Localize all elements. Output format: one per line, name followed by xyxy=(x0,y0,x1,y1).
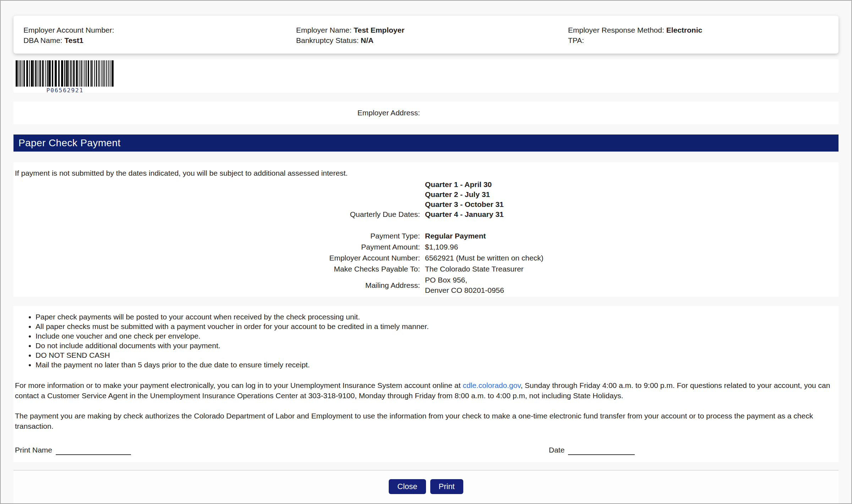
signature-row-1: Print Name Date xyxy=(15,445,839,455)
payment-amount-label: Payment Amount: xyxy=(13,242,420,252)
signature-area: Print Name Date Signature Phone xyxy=(13,445,839,462)
employer-account-number-row: Employer Account Number: xyxy=(23,25,296,35)
payable-to-label: Make Checks Payable To: xyxy=(13,264,420,274)
dba-name-row: DBA Name: Test1 xyxy=(23,35,296,45)
response-method-label: Employer Response Method: xyxy=(568,26,664,34)
list-item: Do not include additional documents with… xyxy=(36,341,839,350)
footer-action-bar: Close Print xyxy=(13,470,839,504)
print-name-label: Print Name xyxy=(15,445,52,455)
payment-amount-value: $1,109.96 xyxy=(425,242,458,252)
due-date-row: Quarter 3 - October 31 xyxy=(13,199,839,209)
bankruptcy-status-value: N/A xyxy=(361,36,373,44)
cdle-colorado-gov-link[interactable]: cdle.colorado.gov xyxy=(463,381,520,389)
dba-name-label: DBA Name: xyxy=(23,36,62,44)
employer-name-label: Employer Name: xyxy=(296,26,351,34)
paper-check-payment-page: Employer Account Number: DBA Name: Test1… xyxy=(0,0,852,504)
payment-type-value: Regular Payment xyxy=(425,231,486,241)
barcode: P06562921 xyxy=(16,60,114,94)
due-date-q1: Quarter 1 - April 30 xyxy=(425,180,492,190)
mailing-address-row: Mailing Address: PO Box 956, Denver CO 8… xyxy=(13,275,839,295)
due-date-q4: Quarter 4 - January 31 xyxy=(425,209,504,219)
due-date-row: Quarterly Due Dates: Quarter 4 - January… xyxy=(13,209,839,219)
response-method-row: Employer Response Method: Electronic xyxy=(568,25,839,35)
mailing-address-label: Mailing Address: xyxy=(13,280,420,290)
employer-address-row: Employer Address: xyxy=(13,109,839,117)
date-line xyxy=(568,447,635,455)
interest-notice: If payment is not submitted by the dates… xyxy=(13,168,839,178)
mailing-address-value: PO Box 956, Denver CO 80201-0956 xyxy=(425,275,504,295)
employer-info-col-2: Employer Name: Test Employer Bankruptcy … xyxy=(296,25,568,54)
due-date-row: Quarter 1 - April 30 xyxy=(13,180,839,190)
quarterly-due-dates-label: Quarterly Due Dates: xyxy=(13,209,420,219)
list-item: Mail the payment no later than 5 days pr… xyxy=(36,360,839,369)
print-name-line xyxy=(56,447,131,455)
employer-account-number-label: Employer Account Number: xyxy=(23,26,114,34)
payment-type-row: Payment Type: Regular Payment xyxy=(13,231,839,241)
employer-name-row: Employer Name: Test Employer xyxy=(296,25,568,35)
mailing-address-line2: Denver CO 80201-0956 xyxy=(425,285,504,295)
employer-name-value: Test Employer xyxy=(354,26,404,34)
tpa-label: TPA: xyxy=(568,36,584,44)
barcode-section: P06562921 xyxy=(13,59,839,93)
close-button[interactable]: Close xyxy=(389,479,426,494)
list-item: DO NOT SEND CASH xyxy=(36,350,839,360)
due-date-row: Quarter 2 - July 31 xyxy=(13,190,839,199)
payment-info-block: Payment Type: Regular Payment Payment Am… xyxy=(13,231,839,295)
payable-to-value: The Colorado State Treasurer xyxy=(425,264,524,274)
payment-details-section: If payment is not submitted by the dates… xyxy=(13,162,839,297)
list-item: All paper checks must be submitted with … xyxy=(36,322,839,331)
mailing-address-line1: PO Box 956, xyxy=(425,275,504,285)
account-number-label: Employer Account Number: xyxy=(13,253,420,263)
page-title: Paper Check Payment xyxy=(18,137,121,149)
due-date-q3: Quarter 3 - October 31 xyxy=(425,199,504,209)
employer-info-col-1: Employer Account Number: DBA Name: Test1 xyxy=(23,25,296,54)
list-item: Paper check payments will be posted to y… xyxy=(36,312,839,322)
barcode-value: P06562921 xyxy=(16,87,114,94)
section-title-bar: Paper Check Payment xyxy=(13,135,839,152)
employer-info-card: Employer Account Number: DBA Name: Test1… xyxy=(13,16,839,54)
instructions-section: Paper check payments will be posted to y… xyxy=(13,306,839,462)
account-number-row: Employer Account Number: 6562921 (Must b… xyxy=(13,253,839,263)
date-label: Date xyxy=(549,445,564,455)
quarterly-due-dates-block: Quarter 1 - April 30 Quarter 2 - July 31… xyxy=(13,180,839,219)
employer-address-label: Employer Address: xyxy=(13,109,420,117)
more-info-text-before: For more information or to make your pay… xyxy=(15,381,463,389)
list-item: Include one voucher and one check per en… xyxy=(36,331,839,341)
due-date-q2: Quarter 2 - July 31 xyxy=(425,190,490,199)
print-button[interactable]: Print xyxy=(430,479,463,494)
employer-info-col-3: Employer Response Method: Electronic TPA… xyxy=(568,25,839,54)
response-method-value: Electronic xyxy=(666,26,703,34)
dba-name-value: Test1 xyxy=(65,36,83,44)
more-info-paragraph: For more information or to make your pay… xyxy=(13,380,837,401)
authorization-paragraph: The payment you are making by check auth… xyxy=(13,411,837,431)
bankruptcy-status-label: Bankruptcy Status: xyxy=(296,36,359,44)
instructions-list: Paper check payments will be posted to y… xyxy=(13,312,839,369)
payable-to-row: Make Checks Payable To: The Colorado Sta… xyxy=(13,264,839,274)
employer-address-section: Employer Address: xyxy=(13,102,839,124)
account-number-value: 6562921 (Must be written on check) xyxy=(425,253,544,263)
payment-type-label: Payment Type: xyxy=(13,231,420,241)
bankruptcy-status-row: Bankruptcy Status: N/A xyxy=(296,35,568,45)
tpa-row: TPA: xyxy=(568,35,839,45)
payment-amount-row: Payment Amount: $1,109.96 xyxy=(13,242,839,252)
barcode-image xyxy=(16,60,114,87)
